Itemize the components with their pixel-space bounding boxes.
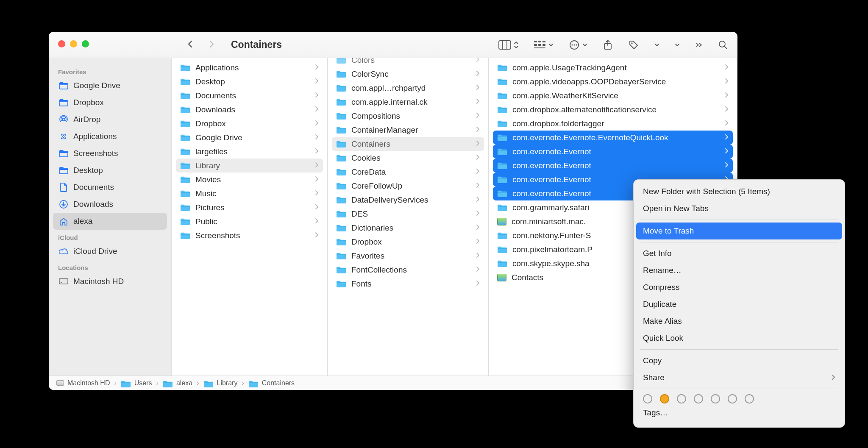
row-label: com.apple.WeatherKitService <box>512 91 720 100</box>
folder-row[interactable]: Compositions <box>332 109 484 123</box>
folder-row[interactable]: DES <box>332 207 484 221</box>
row-label: Dictionaries <box>351 223 471 233</box>
folder-row[interactable]: Dropbox <box>332 235 484 249</box>
action-menu-button[interactable] <box>569 39 587 50</box>
folder-row[interactable]: Google Drive <box>176 131 323 145</box>
back-button[interactable] <box>185 39 195 51</box>
folder-row[interactable]: Dictionaries <box>332 221 484 235</box>
folder-row[interactable]: com.apple.internal.ck <box>332 95 484 109</box>
column-1[interactable]: ApplicationsDesktopDocumentsDownloadsDro… <box>172 58 328 376</box>
chevron-right-icon <box>725 148 729 155</box>
folder-row[interactable]: com.evernote.Evernot <box>493 159 733 173</box>
sidebar-item[interactable]: Downloads <box>53 196 167 213</box>
menu-item-label: Move to Trash <box>643 226 694 236</box>
folder-row[interactable]: Fonts <box>332 277 484 291</box>
folder-row[interactable]: Screenshots <box>176 228 323 242</box>
folder-row[interactable]: com.dropbox.alternatenotificationservice <box>493 103 733 117</box>
sidebar-item[interactable]: Applications <box>53 128 167 145</box>
menu-separator <box>640 389 838 389</box>
tag-color-none[interactable] <box>694 394 703 403</box>
folder-row[interactable]: largefiles <box>176 145 323 159</box>
sidebar-item[interactable]: alexa <box>53 213 167 230</box>
folder-row[interactable]: com.dropbox.foldertagger <box>493 117 733 131</box>
menu-item[interactable]: Compress <box>636 279 842 296</box>
folder-row[interactable]: Containers <box>332 137 484 151</box>
menu-item[interactable]: Rename… <box>636 262 842 279</box>
folder-row[interactable]: FontCollections <box>332 263 484 277</box>
menu-item[interactable]: Get Info <box>636 245 842 262</box>
toolbar-dropdown-2[interactable] <box>675 43 680 47</box>
folder-row[interactable]: Music <box>176 186 323 200</box>
menu-item[interactable]: Quick Look <box>636 330 842 347</box>
tag-color-none[interactable] <box>677 394 686 403</box>
folder-row[interactable]: com.evernote.Evernote.EvernoteQuickLook <box>493 131 733 145</box>
sidebar-item[interactable]: Screenshots <box>53 145 167 162</box>
menu-item[interactable]: Tags… <box>636 404 842 421</box>
folder-row[interactable]: Desktop <box>176 75 323 89</box>
folder-row[interactable]: Applications <box>176 61 323 75</box>
sidebar-item[interactable]: Google Drive <box>53 77 167 94</box>
folder-row[interactable]: com.apple.videoapps.OOPDebayerService <box>493 75 733 89</box>
tag-color-none[interactable] <box>711 394 720 403</box>
view-columns-button[interactable] <box>498 40 519 50</box>
tag-color-none[interactable] <box>745 394 754 403</box>
folder-row[interactable]: Library <box>176 159 323 173</box>
breadcrumb-label: Macintosh HD <box>67 379 110 387</box>
close-window-button[interactable] <box>58 40 65 47</box>
folder-row[interactable]: Pictures <box>176 200 323 214</box>
menu-item[interactable]: Open in New Tabs <box>636 200 842 217</box>
sidebar-item[interactable]: Macintosh HD <box>53 273 167 290</box>
folder-row[interactable]: com.evernote.Evernot <box>493 145 733 159</box>
sidebar-section-title: Locations <box>53 260 167 273</box>
tag-color-orange[interactable] <box>660 394 669 403</box>
menu-item[interactable]: Copy <box>636 352 842 369</box>
sidebar-item[interactable]: iCloud Drive <box>53 243 167 260</box>
folder-row[interactable]: Downloads <box>176 103 323 117</box>
folder-row[interactable]: CoreFollowUp <box>332 179 484 193</box>
column-2[interactable]: ColorsColorSynccom.appl…rchpartydcom.app… <box>328 58 489 376</box>
sidebar-item[interactable]: Dropbox <box>53 94 167 111</box>
tags-button[interactable] <box>628 39 639 50</box>
folder-row[interactable]: Colors <box>332 58 484 67</box>
folder-row[interactable]: Public <box>176 214 323 228</box>
group-by-button[interactable] <box>534 41 554 49</box>
search-button[interactable] <box>718 40 728 50</box>
toolbar-dropdown-1[interactable] <box>654 43 659 47</box>
folder-row[interactable]: DataDeliveryServices <box>332 193 484 207</box>
folder-row[interactable]: ColorSync <box>332 67 484 81</box>
menu-item[interactable]: New Folder with Selection (5 Items) <box>636 183 842 200</box>
folder-row[interactable]: com.appl…rchpartyd <box>332 81 484 95</box>
menu-item[interactable]: Share <box>636 369 842 386</box>
menu-item[interactable]: Make Alias <box>636 313 842 330</box>
share-button[interactable] <box>603 39 613 50</box>
tag-color-none[interactable] <box>728 394 737 403</box>
menu-item[interactable]: Move to Trash <box>636 223 842 239</box>
folder-row[interactable]: CoreData <box>332 165 484 179</box>
folder-row[interactable]: Favorites <box>332 249 484 263</box>
sidebar-item[interactable]: AirDrop <box>53 111 167 128</box>
breadcrumb[interactable]: Containers <box>248 379 295 387</box>
sidebar-item[interactable]: Desktop <box>53 162 167 179</box>
breadcrumb[interactable]: Macintosh HD <box>56 379 110 387</box>
folder-row[interactable]: ContainerManager <box>332 123 484 137</box>
folder-row[interactable]: Dropbox <box>176 117 323 131</box>
chevron-right-icon <box>476 168 480 175</box>
folder-row[interactable]: Movies <box>176 173 323 186</box>
menu-item[interactable]: Duplicate <box>636 296 842 313</box>
breadcrumb[interactable]: Library <box>203 379 238 387</box>
minimize-window-button[interactable] <box>70 40 77 47</box>
zoom-window-button[interactable] <box>82 40 89 47</box>
folder-row[interactable]: com.apple.WeatherKitService <box>493 89 733 103</box>
forward-button[interactable] <box>206 39 217 51</box>
row-label: Movies <box>195 175 310 184</box>
breadcrumb[interactable]: alexa <box>163 379 192 387</box>
sidebar-item[interactable]: Documents <box>53 179 167 196</box>
folder-icon <box>336 112 346 120</box>
folder-row[interactable]: Documents <box>176 89 323 103</box>
folder-row[interactable]: Cookies <box>332 151 484 165</box>
folder-row[interactable]: com.apple.UsageTrackingAgent <box>493 61 733 75</box>
breadcrumb[interactable]: Users <box>121 379 152 387</box>
folder-icon <box>336 280 346 288</box>
toolbar-overflow-button[interactable] <box>695 42 703 48</box>
tag-color-none[interactable] <box>643 394 652 403</box>
